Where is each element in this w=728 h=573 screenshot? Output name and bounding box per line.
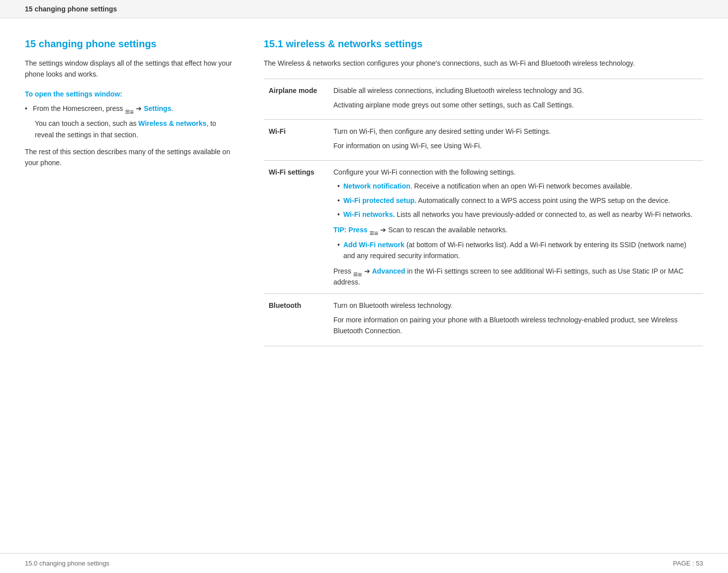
footer-left: 15.0 changing phone settings <box>25 560 109 567</box>
right-section-title: 15.1 wireless & networks settings <box>264 38 703 50</box>
page-footer: 15.0 changing phone settings PAGE : 53 <box>0 553 728 573</box>
main-content: 15 changing phone settings The settings … <box>0 18 728 573</box>
settings-link: Settings <box>144 104 171 112</box>
definition-cell: Turn on Bluetooth wireless technology.Fo… <box>328 294 703 346</box>
left-column: 15 changing phone settings The settings … <box>25 38 234 543</box>
indented-section: You can touch a section, such as Wireles… <box>25 118 234 140</box>
open-heading: To open the settings window: <box>25 90 234 98</box>
page-container: 15 changing phone settings 15 changing p… <box>0 0 728 573</box>
definition-cell: Disable all wireless connections, includ… <box>328 79 703 120</box>
definition-cell: Configure your Wi-Fi connection with the… <box>328 160 703 294</box>
rest-text: The rest of this section describes many … <box>25 146 234 169</box>
menu-icon: ≡ <box>125 104 134 112</box>
bullet-text-before: From the Homescreen, press <box>33 104 123 112</box>
term-cell: Wi-Fi <box>264 120 328 161</box>
page-header: 15 changing phone settings <box>0 0 728 18</box>
arrow-right: ➔ <box>136 104 144 112</box>
table-row: Airplane mode Disable all wireless conne… <box>264 79 703 120</box>
term-cell: Wi-Fi settings <box>264 160 328 294</box>
left-section-title: 15 changing phone settings <box>25 38 234 50</box>
bullet-period: . <box>171 104 173 112</box>
from-homescreen-bullet: From the Homescreen, press ≡ ➔ Settings. <box>25 103 234 114</box>
table-row: Wi-Fi settings Configure your Wi-Fi conn… <box>264 160 703 294</box>
table-row: Bluetooth Turn on Bluetooth wireless tec… <box>264 294 703 346</box>
breadcrumb: 15 changing phone settings <box>25 5 117 13</box>
table-row: Wi-Fi Turn on Wi-Fi, then configure any … <box>264 120 703 161</box>
term-cell: Airplane mode <box>264 79 328 120</box>
term-cell: Bluetooth <box>264 294 328 346</box>
left-intro: The settings window displays all of the … <box>25 58 234 80</box>
footer-right: PAGE : 53 <box>673 560 703 567</box>
definition-cell: Turn on Wi-Fi, then configure any desire… <box>328 120 703 161</box>
indented-before: You can touch a section, such as <box>35 119 136 127</box>
settings-table: Airplane mode Disable all wireless conne… <box>264 79 703 346</box>
right-column: 15.1 wireless & networks settings The Wi… <box>264 38 703 543</box>
wireless-networks-link: Wireless & networks <box>138 119 207 127</box>
right-intro: The Wireless & networks section configur… <box>264 58 703 69</box>
